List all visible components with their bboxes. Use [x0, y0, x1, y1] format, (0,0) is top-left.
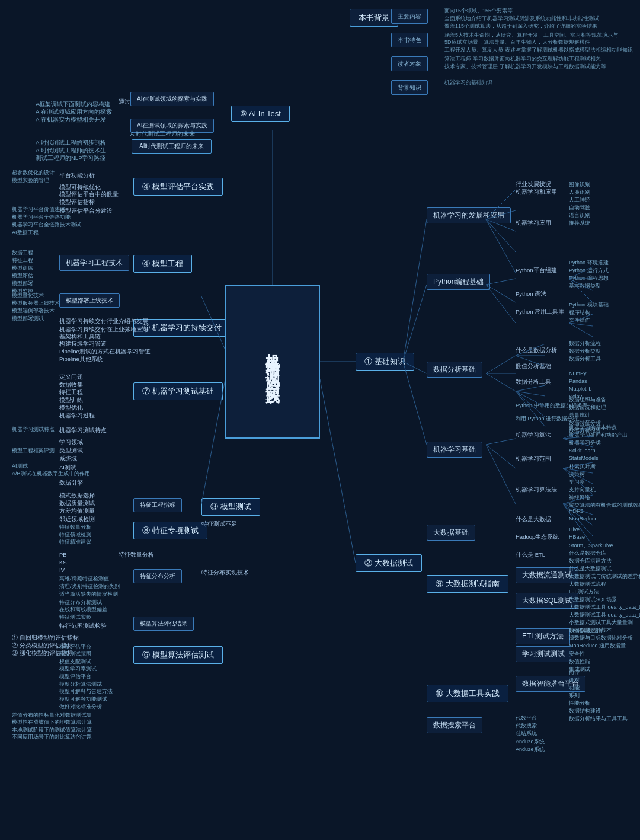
python-syntax-label: Python 语法 — [516, 290, 546, 298]
storm-spark-label: Storm、SparkHive — [569, 542, 613, 550]
ml-test-chars: 机器学习测试特点 — [59, 427, 107, 435]
main-content-detail1: 面向15个领域、155个要素等 — [444, 7, 513, 15]
platform-build-sub4: AI数据工程 — [12, 229, 39, 237]
branch3-node: ③ 模型测试 — [201, 498, 260, 516]
book-feature-detail2: 5D应试立场景，算法导量、百年生物人，大分析数据规解模件 — [444, 39, 590, 46]
bigdata-sql-sub3: 大数据测试工具 dearty_data_test应用 — [569, 611, 640, 619]
ml-dev-sub-app5: 语言识别 — [569, 212, 590, 219]
etl-label: 什么是 ETL — [516, 551, 545, 559]
branch4-label: ④ 模型工程 — [142, 259, 183, 268]
feature-sub1: 特征数量分析 — [59, 523, 91, 531]
ml-algo-detail-sub3: 神经网络 — [569, 494, 590, 502]
svg-line-14 — [486, 279, 516, 285]
ml-algo-detail-sub2: 支持向量机 — [569, 486, 596, 494]
ml-algo-types: 机器学习处理和功能产出 — [569, 432, 628, 439]
ai-era-sub1: AI时代测试工程师的未来 — [130, 130, 195, 138]
ml-cont-sub5: Pipeline测试的方式在机器学习管道 — [59, 348, 151, 356]
bigdata-flow-sub3: 大数据测试流程 — [569, 580, 606, 588]
ml-eng-sub5: 模型部署 — [12, 280, 33, 288]
ml-dev-sub2: 机器学习和应用 — [516, 189, 557, 196]
data-engine: 数据引擎 — [59, 479, 83, 487]
ml-dev-sub1: 行业发展状况 — [516, 181, 551, 189]
data-platform-sub5: 性能分析 — [569, 700, 590, 707]
hdfs-label: HDFS — [569, 508, 584, 514]
data-analysis-node: 数据分析基础 — [427, 362, 482, 378]
hive-label: Hive — [569, 526, 580, 532]
ml-basics-node: 机器学习基础 — [427, 442, 482, 458]
high-dim-test: 高维/稀疏特征检测值 — [59, 575, 109, 583]
ml-algo-design: 机器学习算法 — [516, 432, 551, 439]
center-title-text: 机器学习测试入门与实践 — [262, 342, 283, 381]
feature-range-label: 特征范围测试检验 — [59, 622, 107, 630]
background-node: 背景知识 — [391, 80, 428, 95]
what-bigdata-label: 什么是大数据 — [516, 516, 551, 523]
bigdata-basics-node: 大数据基础 — [427, 525, 475, 541]
svg-line-13 — [486, 219, 516, 273]
ml-test-sub6: 机器学习过程 — [59, 412, 95, 420]
model-algo-sub2: 模型测试范围 — [59, 650, 91, 658]
svg-line-35 — [486, 439, 516, 445]
sklearn-sub4: 决策树 — [569, 471, 585, 478]
ml-dev-sub-app3: 人工神经 — [569, 196, 590, 204]
svg-line-16 — [486, 285, 516, 323]
feature-count-sub: 特征数量分析 — [119, 551, 154, 559]
ml-cont-sub1: 机器学习持续交付行业介绍与发展 — [59, 318, 148, 325]
python-stdlib-sub3: 文件操作 — [569, 317, 590, 324]
ai-sub2: AI在测试领域应用方向的探索 — [36, 108, 112, 116]
main-content-detail3: 覆盖115个测试算法，从超于到深入研究，介绍了详细的实验结果 — [444, 23, 597, 30]
branch2-label: ② 大数据测试 — [364, 558, 413, 567]
book-bg-label: 本书背景 — [359, 13, 389, 22]
readers-detail2: 技术专家、技术管理层 了解机器学习开发模块与工程数据测试能力等 — [444, 63, 606, 71]
ml-eng-sub4: 模型评估 — [12, 272, 33, 280]
model-deploy-sub4: 模型部署测试 — [12, 315, 44, 322]
model-algo-sub4: 模型学习率测试 — [59, 665, 97, 673]
feature-dist-impl: 特征分布实现技术 — [201, 569, 249, 577]
data-analysis-process: 数据分析流程 — [569, 340, 601, 347]
svg-line-30 — [516, 385, 545, 391]
ml-test-method-node: 学习测试测试 — [516, 646, 571, 662]
ml-test-sub4: 模型训练 — [59, 397, 83, 404]
ml-algo-detail-sub1: 学习率 — [569, 478, 585, 486]
svg-line-1 — [320, 379, 356, 563]
data-tool-label: 数据分析工具 — [516, 378, 551, 386]
bigdata-sql-sub1: 大数据测试SQL场景 — [569, 596, 617, 603]
python-platform-sub4: 基本数据类型 — [569, 282, 601, 290]
ml-test-method-sub1: 安全性 — [569, 650, 585, 658]
ai-practice-node: AI在测试领域的探索与实践 — [130, 92, 214, 106]
etl-test-sub2: 源数据与目标数据比对分析 — [569, 634, 633, 642]
ml-dev-sub-app2: 人脸识别 — [569, 189, 590, 196]
svg-line-8 — [403, 362, 427, 445]
python-data-sub2: 数据清洗和处理 — [569, 404, 606, 411]
python-stdlib-label: Python 常用工具库 — [516, 308, 564, 316]
readers-label: 读者对象 — [398, 60, 421, 67]
platform-func-sub2: 模型实验的管理 — [12, 177, 49, 184]
data-platform-sub9: 代数搜索 — [516, 722, 537, 730]
ml-eng-sub1: 数据工程 — [12, 249, 33, 257]
sklearn-label: 机器学习范围 — [516, 455, 551, 463]
ai-sub1: A框架调试下面测试内容构建 — [36, 101, 110, 108]
main-content-node: 主要内容 — [391, 9, 428, 24]
ai-future-sub1: AI时代测试工程的初步剖析 — [36, 139, 106, 147]
etl-test-sub3: MapReduce 通用数据量 — [569, 642, 626, 650]
ai-future-node: AI时代测试工程师的未来 — [132, 139, 212, 154]
book-feature-detail3: 工程开发人员、算发人员 表述与掌握了解测试机器以指成模型法相综相功能知识 — [444, 46, 633, 54]
data-analysis-method: 数据分析工具 — [569, 355, 601, 363]
bigdata-sql-sub2: 大数据测试工具 dearty_data_test的设计 — [569, 603, 640, 611]
ml-test-sub5: 模型优化 — [59, 404, 83, 412]
python-use-data-label: 利用 Python 进行数据分析 — [516, 415, 578, 423]
main-content-detail2: 全面系统地介绍了机器学习测试所涉及系统功能性和非功能性测试 — [444, 15, 599, 23]
sklearn-sub2: StatsModels — [569, 455, 599, 461]
branch3-label: ③ 模型测试 — [210, 502, 251, 511]
iv-node: IV — [59, 567, 65, 573]
ml-dev-app-node: 机器学习的发展和应用 — [427, 207, 511, 223]
ai-future-sub2: AI时代测试工程师的技术生 — [36, 147, 106, 155]
ai-sub3: AI在机器实力模型相关开发 — [36, 116, 106, 124]
bottom-sub2: 模型指在滑坡值下的地数算法计算 — [12, 718, 92, 726]
data-search-node: 数据搜索平台 — [427, 717, 482, 733]
model-algo-sub9: 做好对比标准分析 — [59, 703, 102, 711]
ml-eng-sub3: 模型训练 — [12, 264, 33, 272]
data-platform-sub6: 数据结构建设 — [569, 707, 601, 715]
feature-dist-node: 特征分布分析 — [133, 569, 182, 583]
python-platform-label: Python平台组建 — [516, 267, 557, 274]
svg-line-36 — [486, 445, 516, 468]
